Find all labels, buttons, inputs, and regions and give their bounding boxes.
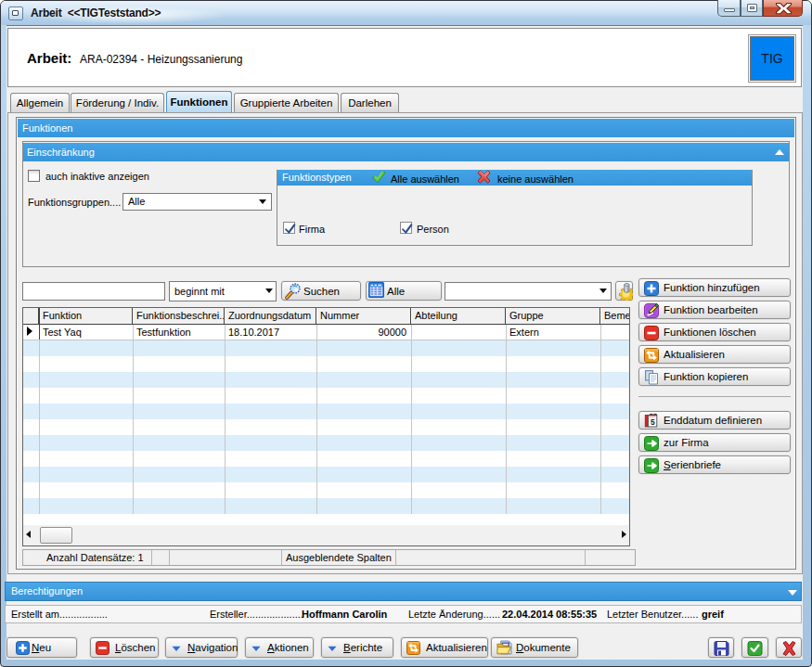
svg-text:5: 5 — [651, 417, 655, 427]
